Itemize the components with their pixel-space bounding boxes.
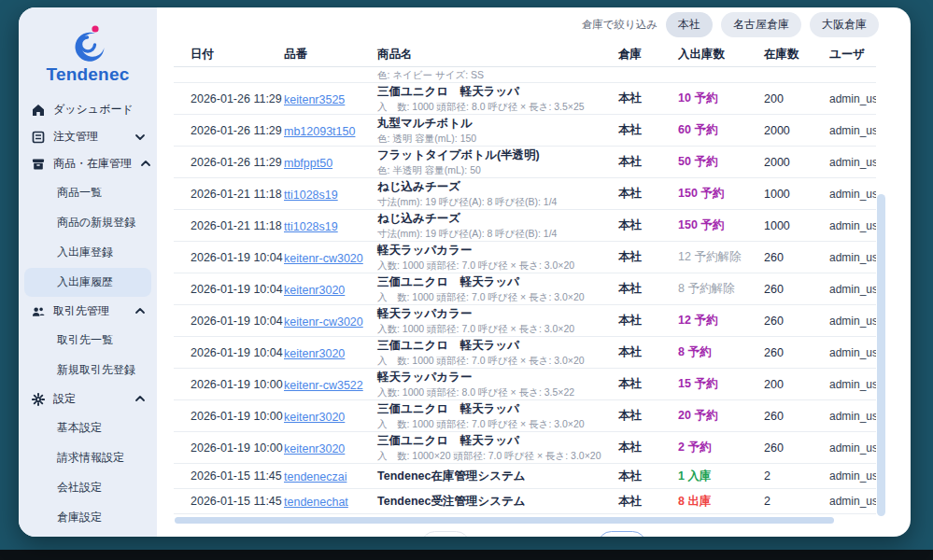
row-movement: 150 予約: [678, 186, 764, 202]
row-warehouse: 本社: [618, 376, 678, 392]
row-user: admin_user: [829, 92, 876, 105]
pagination-next-button[interactable]: 次へ: [598, 531, 646, 537]
row-date: 2026-01-19 10:00: [191, 378, 284, 391]
row-warehouse: 本社: [618, 91, 678, 106]
horizontal-scrollbar[interactable]: [175, 517, 834, 524]
product-code-link[interactable]: tendeneczai: [284, 470, 346, 483]
row-date: 2026-01-19 10:04: [191, 346, 284, 359]
row-date: 2026-01-26 11:29: [191, 92, 284, 105]
sidebar-item-settings-warehouse[interactable]: 倉庫設定: [24, 503, 151, 532]
table-row: 2026-01-19 10:04keitenr-cw3020軽天ラッパカラー入数…: [174, 242, 876, 273]
table-row: 2026-01-15 11:45tendeneczaiTendenec在庫管理シ…: [174, 464, 876, 489]
pagination: 前へ123…25次へ: [157, 531, 911, 537]
table-row: 2026-01-19 10:00keitenr3020三価ユニクロ 軽天ラッパ入…: [174, 400, 876, 432]
sidebar-item-label: 設定: [53, 391, 76, 407]
sidebar-item-settings-billing[interactable]: 請求情報設定: [24, 443, 151, 472]
sidebar-item-settings-basic[interactable]: 基本設定: [24, 413, 151, 442]
sidebar-item-stock-io-register[interactable]: 入出庫登録: [24, 238, 151, 267]
row-stock: 260: [764, 251, 829, 264]
product-attributes: 入 数: 1000 頭部径: 7.0 呼び径 × 長さ: 3.0×20: [377, 354, 618, 367]
sidebar-item-product-list[interactable]: 商品一覧: [24, 178, 151, 207]
sidebar-item-partner-new[interactable]: 新規取引先登録: [24, 356, 151, 385]
table-row: 2026-01-19 10:00keitenr3020三価ユニクロ 軽天ラッパ入…: [174, 432, 876, 464]
chevron-up-icon: [134, 306, 146, 316]
row-stock: 1000: [764, 219, 829, 232]
product-code-link[interactable]: tti1028s19: [284, 189, 338, 202]
column-header-movement: 入出庫数: [678, 47, 764, 63]
table-row: 2026-01-21 11:18tti1028s19ねじ込みチーズ寸法(mm):…: [174, 178, 876, 210]
sidebar-item-settings-category[interactable]: 商品カテゴリー設定: [24, 533, 151, 537]
row-movement: 20 予約: [678, 408, 764, 424]
sidebar-item-product-new[interactable]: 商品の新規登録: [24, 208, 151, 237]
product-name: 丸型マルチボトル: [377, 116, 618, 131]
row-date: 2026-01-26 11:29: [191, 156, 284, 169]
column-header-date: 日付: [191, 47, 284, 63]
product-attributes: 入 数: 1000 頭部径: 8.0 呼び径 × 長さ: 3.5×25: [377, 100, 618, 113]
product-code-link[interactable]: keitenr3020: [284, 442, 345, 455]
row-user: admin_user: [829, 188, 876, 201]
pagination-prev-button[interactable]: 前へ: [421, 531, 470, 537]
warehouse-chip-honsha[interactable]: 本社: [666, 12, 713, 37]
row-movement: 8 予約: [678, 344, 764, 360]
product-name: 三価ユニクロ 軽天ラッパ: [377, 338, 618, 353]
product-code-link[interactable]: keitenr-cw3522: [284, 379, 363, 392]
product-code-link[interactable]: mb12093t150: [284, 125, 355, 138]
row-user: admin_user: [829, 283, 876, 296]
row-date: 2026-01-26 11:29: [191, 124, 284, 137]
row-user: admin_user: [829, 156, 876, 169]
sidebar-item-dashboard[interactable]: ダッシュボード: [19, 96, 157, 123]
row-warehouse: 本社: [618, 313, 678, 329]
product-code-link[interactable]: keitenr-cw3020: [284, 315, 363, 329]
product-code-link[interactable]: tti1028s19: [284, 220, 338, 233]
product-name: ねじ込みチーズ: [377, 179, 618, 194]
warehouse-chip-osaka[interactable]: 大阪倉庫: [810, 12, 879, 37]
brand-logo-icon: [67, 22, 108, 63]
warehouse-chip-nagoya[interactable]: 名古屋倉庫: [721, 12, 801, 37]
brand-logo: Tendenec: [19, 22, 157, 85]
column-header-name: 商品名: [377, 47, 618, 63]
product-name: ねじ込みチーズ: [377, 211, 618, 226]
table-row: 2026-01-26 11:29keitenr3525三価ユニクロ 軽天ラッパ入…: [174, 83, 876, 115]
product-code-link[interactable]: keitenr3020: [284, 284, 345, 297]
product-code-link[interactable]: tendenechat: [284, 496, 348, 509]
outer-background-band: [0, 550, 933, 560]
table-row: 2026-01-15 11:45tendenechatTendenec受注管理シ…: [174, 489, 876, 514]
sidebar-item-partner-management[interactable]: 取引先管理: [19, 298, 157, 325]
row-user: admin_user: [829, 251, 876, 264]
row-warehouse: 本社: [618, 122, 678, 138]
partial-row-subtext: 色: ネイビー サイズ: SS: [377, 68, 618, 81]
chevron-down-icon: [134, 132, 146, 142]
sidebar-item-settings-company[interactable]: 会社設定: [24, 473, 151, 502]
sidebar-item-partner-list[interactable]: 取引先一覧: [24, 326, 151, 355]
product-code-link[interactable]: keitenr-cw3020: [284, 252, 363, 265]
sidebar-item-order-management[interactable]: 注文管理: [19, 123, 157, 150]
vertical-scrollbar[interactable]: [877, 194, 885, 516]
product-name: 三価ユニクロ 軽天ラッパ: [377, 84, 618, 99]
product-code-link[interactable]: mbfppt50: [284, 157, 332, 170]
row-warehouse: 本社: [618, 186, 678, 202]
sidebar-item-label: ダッシュボード: [53, 102, 134, 118]
sidebar-item-stock-io-history[interactable]: 入出庫履歴: [24, 268, 151, 297]
product-attributes: 入 数: 1000 頭部径: 7.0 呼び径 × 長さ: 3.0×20: [377, 290, 618, 303]
row-user: admin_user: [829, 124, 876, 137]
sidebar-item-settings[interactable]: 設定: [19, 385, 157, 413]
row-movement: 12 予約: [678, 313, 764, 329]
chevron-up-icon: [134, 394, 146, 404]
home-icon: [32, 104, 45, 117]
product-code-link[interactable]: keitenr3525: [284, 93, 345, 106]
sidebar-item-product-inventory[interactable]: 商品・在庫管理: [19, 150, 157, 177]
partners-icon: [32, 305, 45, 318]
product-name: 三価ユニクロ 軽天ラッパ: [377, 274, 618, 289]
row-warehouse: 本社: [618, 408, 678, 424]
row-movement: 15 予約: [678, 376, 764, 392]
row-date: 2026-01-19 10:00: [191, 441, 284, 455]
table-row: 2026-01-26 11:29mbfppt50フラットタイプボトル(半透明)色…: [174, 147, 876, 178]
row-date: 2026-01-21 11:18: [191, 188, 284, 201]
product-code-link[interactable]: keitenr3020: [284, 347, 345, 360]
row-user: admin_user: [829, 469, 876, 483]
inventory-icon: [32, 158, 45, 171]
sidebar: Tendenec ダッシュボード注文管理商品・在庫管理商品一覧商品の新規登録入出…: [19, 7, 157, 537]
row-stock: 2000: [764, 124, 829, 137]
product-code-link[interactable]: keitenr3020: [284, 411, 345, 424]
row-stock: 2: [764, 469, 829, 483]
